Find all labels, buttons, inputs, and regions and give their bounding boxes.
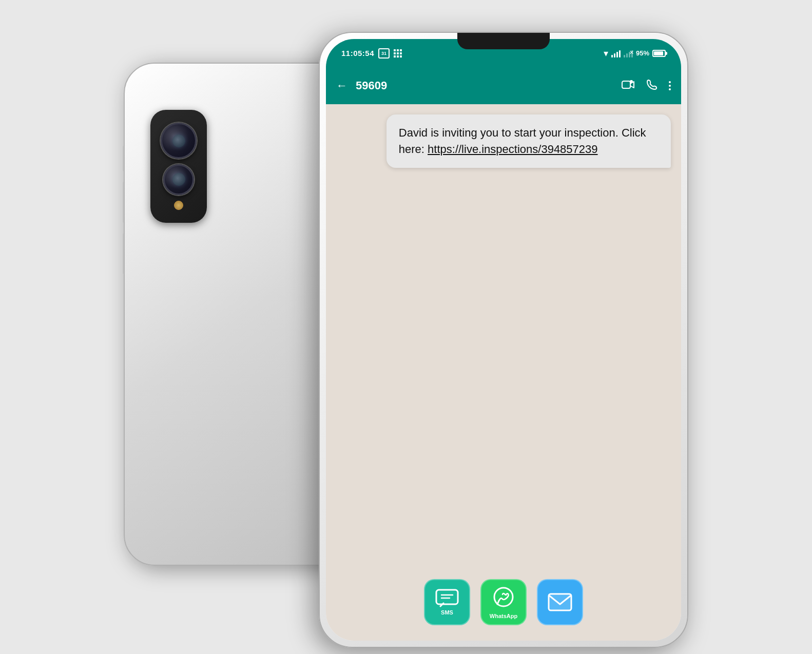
status-time: 11:05:54 [341, 49, 374, 57]
camera-module [150, 110, 207, 223]
signal-icon [611, 49, 621, 57]
sms-app-icon[interactable]: SMS [424, 579, 470, 625]
chat-area: David is inviting you to start your insp… [326, 104, 681, 641]
whatsapp-app-icon[interactable]: WhatsApp [480, 579, 527, 625]
sms-label: SMS [441, 609, 453, 615]
battery-percent: 95% [636, 49, 649, 57]
flash-dot [174, 201, 183, 210]
chat-header: ← 59609 [326, 67, 681, 104]
wifi-icon: ▾ [604, 48, 608, 59]
svg-rect-0 [622, 81, 630, 88]
bottom-app-icons: SMS WhatsApp [326, 579, 681, 625]
camera-lens-secondary [163, 164, 194, 195]
grid-icon [394, 49, 402, 57]
signal-x-icon: ✕ [624, 49, 633, 57]
video-call-icon[interactable] [622, 79, 635, 93]
mail-app-icon[interactable] [537, 579, 583, 625]
back-button[interactable]: ← [336, 79, 347, 92]
notch [457, 33, 550, 49]
scene: 11:05:54 31 ▾ [124, 32, 688, 622]
phone-icon[interactable] [646, 79, 658, 93]
camera-lens-main [161, 123, 197, 159]
status-right-icons: ▾ [604, 48, 666, 59]
volume-down-button [123, 233, 125, 274]
mute-button [123, 146, 125, 171]
phone-screen: 11:05:54 31 ▾ [326, 39, 681, 641]
volume-up-button [123, 182, 125, 223]
more-options-icon[interactable] [669, 81, 671, 90]
svg-rect-7 [549, 594, 571, 610]
battery-icon [652, 50, 666, 57]
header-action-icons [622, 79, 671, 93]
message-bubble: David is inviting you to start your insp… [386, 114, 671, 168]
phone-front: 11:05:54 31 ▾ [319, 32, 688, 648]
whatsapp-label: WhatsApp [490, 613, 517, 619]
svg-rect-3 [436, 590, 458, 604]
calendar-icon: 31 [378, 48, 390, 59]
contact-name: 59609 [356, 79, 613, 92]
message-link[interactable]: https://live.inspections/394857239 [428, 143, 597, 156]
phone-content: 11:05:54 31 ▾ [326, 39, 681, 641]
